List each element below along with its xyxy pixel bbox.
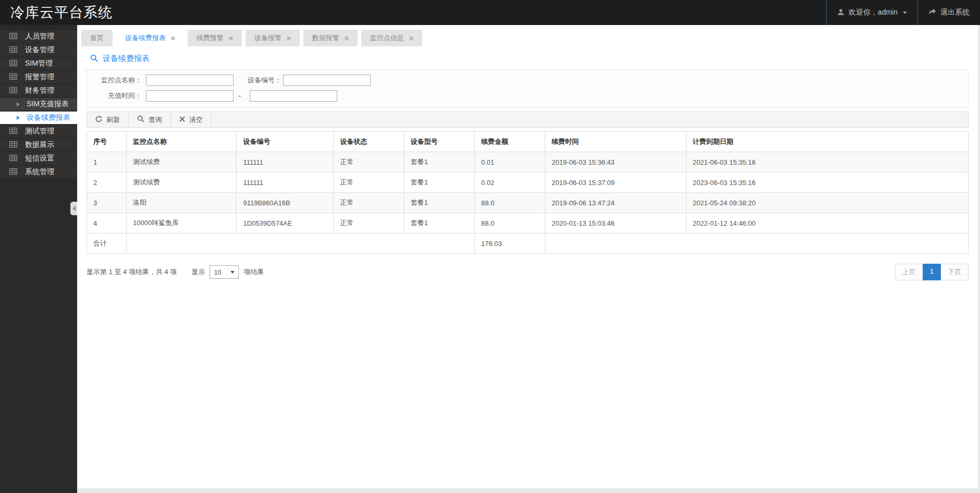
total-empty-cell (127, 233, 475, 254)
cell-device-status: 正常 (334, 193, 404, 213)
sidebar-collapse-handle[interactable] (70, 202, 77, 215)
close-icon[interactable] (409, 36, 413, 41)
query-label: 查询 (149, 115, 162, 125)
tab-home[interactable]: 首页 (81, 30, 113, 46)
sidebar-item-sim-recharge-report[interactable]: SIM充值报表 (0, 98, 77, 110)
sidebar-item-label: 财务管理 (25, 86, 54, 95)
grid-icon (9, 73, 17, 81)
page-size-value: 10 (214, 268, 221, 276)
cell-renewal-amount: 0.02 (475, 172, 545, 193)
sidebar-item-finance-mgmt[interactable]: 财务管理 (0, 84, 77, 97)
column-header: 续费时间 (545, 132, 687, 152)
tab-device-renewal-report[interactable]: 设备续费报表 (116, 30, 184, 46)
user-menu[interactable]: 欢迎你，admin (826, 0, 917, 25)
clear-label: 清空 (189, 115, 203, 125)
next-page-button[interactable]: 下页 (940, 264, 969, 280)
sidebar-item-data-display[interactable]: 数据展示 (0, 139, 77, 151)
logout-icon (928, 8, 936, 17)
table-row[interactable]: 2 测试续费 111111 正常 套餐1 0.02 2019-06-03 15:… (87, 172, 969, 193)
refresh-button[interactable]: 刷新 (87, 112, 129, 127)
table-footer: 显示第 1 至 4 项结果，共 4 项 显示 10 项结果 上页 1 下页 (87, 264, 969, 280)
column-header: 计费到期日期 (686, 132, 968, 152)
table-row[interactable]: 4 10000吨鲨鱼库 1D0539D574AE 正常 套餐1 88.0 202… (87, 213, 969, 233)
sidebar-item-personnel-mgmt[interactable]: 人员管理 (0, 30, 77, 43)
current-page-button[interactable]: 1 (923, 264, 941, 280)
caret-right-icon (17, 102, 20, 106)
sidebar-item-label: 数据展示 (25, 140, 54, 150)
cell-seq: 4 (87, 213, 127, 233)
cell-device-no: 1D0539D574AE (237, 213, 334, 233)
sidebar-item-system-mgmt[interactable]: 系统管理 (0, 166, 77, 178)
app-header: 冷库云平台系统 欢迎你，admin 退出系统 (0, 0, 980, 25)
sidebar-item-device-mgmt[interactable]: 设备管理 (0, 44, 77, 56)
page-size-select[interactable]: 10 (210, 265, 239, 279)
recharge-time-to-input[interactable] (250, 90, 337, 102)
cell-renewal-time: 2020-01-13 15:03:46 (545, 213, 687, 233)
sidebar-item-sim-mgmt[interactable]: SIM管理 (0, 57, 77, 70)
pagination: 上页 1 下页 (895, 264, 969, 280)
total-amount: 176.03 (475, 233, 545, 254)
sidebar-item-label: SIM管理 (25, 59, 53, 68)
recharge-time-from-input[interactable] (146, 90, 234, 102)
tab-data-alarm[interactable]: 数据报警 (303, 30, 358, 46)
sidebar-item-device-renewal-report[interactable]: 设备续费报表 (0, 112, 77, 124)
column-header: 设备编号 (237, 132, 334, 152)
chevron-down-icon (230, 271, 235, 274)
total-empty-cell (545, 233, 969, 254)
search-icon (137, 115, 144, 124)
cell-monitor-name: 测试续费 (127, 172, 237, 193)
table-row[interactable]: 3 洛阳 9119B860A16B 正常 套餐1 88.0 2019-09-06… (87, 193, 969, 213)
tab-monitor-info[interactable]: 监控点信息 (361, 30, 422, 46)
grid-icon (9, 32, 17, 41)
cell-device-model: 套餐1 (404, 152, 474, 172)
column-header: 序号 (87, 132, 127, 152)
tab-device-alarm[interactable]: 设备报警 (246, 30, 300, 46)
search-icon (90, 54, 98, 64)
cell-device-status: 正常 (334, 172, 404, 193)
grid-icon (9, 127, 17, 135)
cell-renewal-amount: 88.0 (475, 213, 545, 233)
app-title: 冷库云平台系统 (0, 3, 113, 22)
grid-icon (9, 154, 17, 163)
tab-label: 设备报警 (254, 33, 281, 43)
sidebar-item-label: 测试管理 (25, 127, 54, 136)
cell-renewal-time: 2019-06-03 15:36:43 (545, 152, 687, 172)
tab-renewal-warning[interactable]: 续费预警 (188, 30, 242, 46)
tab-label: 设备续费报表 (125, 33, 166, 43)
column-header: 监控点名称 (127, 132, 237, 152)
cell-device-status: 正常 (334, 213, 404, 233)
tab-label: 首页 (90, 33, 104, 43)
logout-button[interactable]: 退出系统 (917, 0, 980, 25)
table-header-row: 序号 监控点名称 设备编号 设备状态 设备型号 续费金额 续费时间 计费到期日期 (87, 132, 969, 152)
cell-seq: 3 (87, 193, 127, 213)
main-area: 首页 设备续费报表 续费预警 设备报警 数据报警 (77, 25, 980, 493)
cell-expire-date: 2021-05-24 09:38:20 (686, 193, 968, 213)
total-row: 合计 176.03 (87, 233, 969, 254)
clear-icon (179, 116, 185, 124)
clear-button[interactable]: 清空 (171, 112, 212, 127)
unit-label: 项结果 (243, 267, 264, 277)
renewal-table: 序号 监控点名称 设备编号 设备状态 设备型号 续费金额 续费时间 计费到期日期… (87, 131, 969, 254)
cell-renewal-amount: 88.0 (475, 193, 545, 213)
sidebar-item-test-mgmt[interactable]: 测试管理 (0, 125, 77, 138)
prev-page-button[interactable]: 上页 (895, 264, 923, 280)
cell-device-status: 正常 (334, 152, 404, 172)
sidebar-item-sms-settings[interactable]: 短信设置 (0, 152, 77, 165)
grid-icon (9, 46, 17, 54)
cell-device-model: 套餐1 (404, 193, 474, 213)
sidebar-item-alarm-mgmt[interactable]: 报警管理 (0, 71, 77, 83)
column-header: 续费金额 (475, 132, 545, 152)
monitor-name-label: 监控点名称： (87, 76, 142, 85)
sidebar-item-label: SIM充值报表 (27, 100, 69, 109)
monitor-name-input[interactable] (146, 75, 234, 86)
close-icon[interactable] (228, 36, 233, 41)
recharge-time-label: 充值时间： (87, 91, 142, 101)
close-icon[interactable] (344, 36, 349, 41)
grid-icon (9, 141, 17, 149)
close-icon[interactable] (286, 36, 291, 41)
device-no-input[interactable] (283, 75, 371, 86)
page-title: 设备续费报表 (90, 54, 978, 64)
query-button[interactable]: 查询 (129, 112, 171, 127)
table-row[interactable]: 1 测试续费 111111 正常 套餐1 0.01 2019-06-03 15:… (87, 152, 969, 172)
close-icon[interactable] (170, 36, 175, 41)
